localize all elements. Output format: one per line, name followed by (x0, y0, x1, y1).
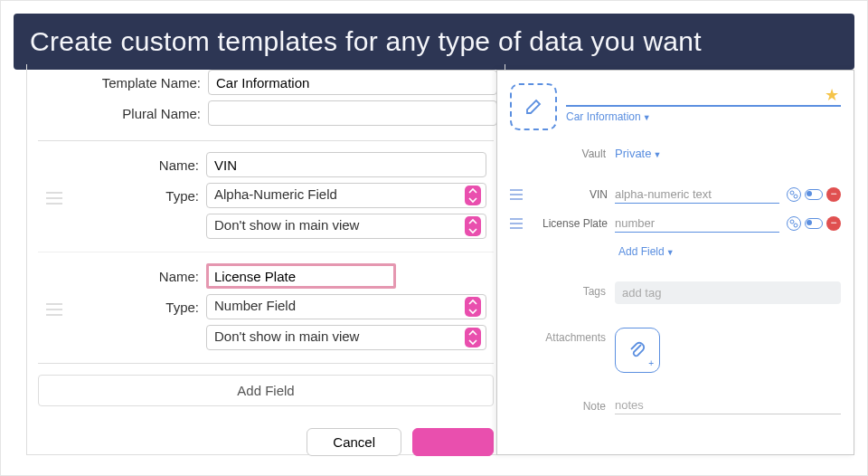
plural-name-row: Plural Name: (34, 100, 497, 126)
remove-field-button[interactable]: − (826, 216, 841, 231)
toggle-icon[interactable] (805, 218, 823, 229)
svg-point-1 (794, 195, 797, 198)
preview-field-input[interactable]: number (615, 214, 779, 233)
field-type-label: Type: (71, 300, 206, 315)
preview-field-input[interactable]: alpha-numeric text (615, 186, 779, 204)
preview-field-row: License Plate number − (510, 214, 841, 233)
drag-handle-icon[interactable] (38, 192, 71, 205)
cancel-button[interactable]: Cancel (307, 428, 401, 456)
template-name-input[interactable] (208, 70, 497, 95)
save-button[interactable] (412, 428, 494, 456)
preview-field-label: License Plate (530, 217, 608, 230)
paperclip-icon (627, 339, 648, 361)
field-group: Name: Type: Number Field (38, 252, 494, 363)
item-title-input[interactable] (566, 83, 841, 107)
svg-point-0 (790, 191, 794, 195)
link-icon[interactable] (787, 187, 801, 202)
field-name-label: Name: (71, 157, 206, 173)
template-name-row: Template Name: (34, 70, 497, 95)
note-input[interactable]: notes (615, 396, 841, 414)
vault-selector[interactable]: Private▼ (615, 147, 841, 160)
stepper-icon[interactable] (465, 216, 481, 236)
template-editor-panel: Template Name: Plural Name: Name: Type: (26, 64, 505, 455)
field-name-input[interactable] (206, 152, 486, 177)
field-type-label: Type: (71, 188, 206, 204)
remove-field-button[interactable]: − (826, 187, 841, 202)
note-label: Note (510, 396, 606, 413)
preview-add-field[interactable]: Add Field▼ (618, 245, 841, 258)
banner: Create custom templates for any type of … (14, 14, 854, 70)
field-visibility-select[interactable]: Don't show in main view (206, 325, 486, 350)
plural-name-label: Plural Name: (34, 106, 208, 121)
field-name-input[interactable] (206, 263, 396, 289)
preview-panel: ★ Car Information▼ Vault Private▼ VIN al… (496, 70, 854, 455)
attachments-label: Attachments (510, 328, 606, 344)
stepper-icon[interactable] (465, 186, 481, 205)
vault-label: Vault (510, 148, 606, 160)
preview-field-label: VIN (530, 188, 608, 201)
drag-handle-icon[interactable] (38, 303, 71, 316)
add-attachment-button[interactable]: + (615, 328, 660, 373)
template-icon-picker[interactable] (510, 83, 557, 130)
toggle-icon[interactable] (805, 189, 823, 200)
category-selector[interactable]: Car Information▼ (566, 110, 841, 123)
template-name-label: Template Name: (34, 75, 208, 90)
preview-field-row: VIN alpha-numeric text − (510, 186, 841, 204)
field-type-select[interactable]: Alpha-Numeric Field (206, 183, 486, 208)
svg-point-2 (790, 220, 794, 224)
tags-input[interactable]: add tag (615, 281, 841, 304)
add-field-button[interactable]: Add Field (38, 375, 494, 406)
pencil-icon (524, 97, 543, 117)
tags-label: Tags (510, 281, 606, 298)
svg-point-3 (794, 224, 797, 227)
plural-name-input[interactable] (208, 100, 497, 126)
field-group: Name: Type: Alpha-Numeric Field (38, 141, 494, 252)
drag-handle-icon[interactable] (510, 218, 523, 229)
field-visibility-select[interactable]: Don't show in main view (206, 214, 486, 239)
drag-handle-icon[interactable] (510, 189, 523, 200)
stepper-icon[interactable] (465, 328, 481, 347)
field-name-label: Name: (71, 269, 206, 284)
stepper-icon[interactable] (465, 297, 481, 317)
field-type-select[interactable]: Number Field (206, 294, 486, 319)
link-icon[interactable] (787, 216, 801, 231)
